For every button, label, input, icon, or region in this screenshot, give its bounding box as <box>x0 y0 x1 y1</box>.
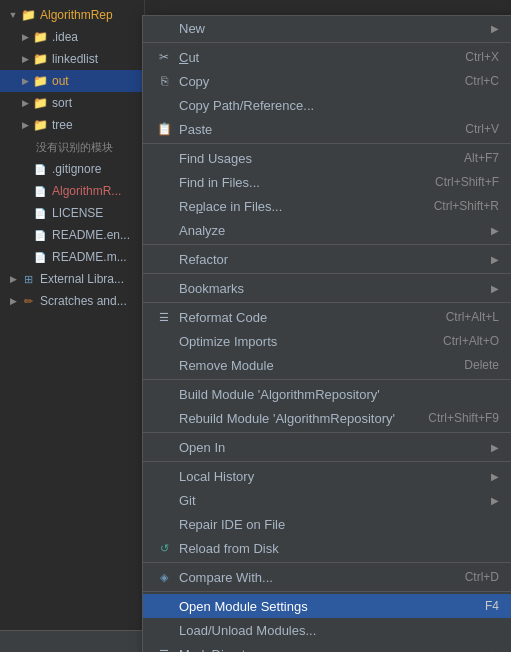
shortcut-label: Alt+F7 <box>464 151 499 165</box>
folder-icon: 📁 <box>20 7 36 23</box>
menu-separator <box>143 244 511 245</box>
shortcut-label: Ctrl+Shift+F9 <box>428 411 499 425</box>
menu-item-label: Build Module 'AlgorithmRepository' <box>179 387 499 402</box>
expand-arrow: ▶ <box>8 296 18 306</box>
menu-item-label: Reformat Code <box>179 310 446 325</box>
menu-separator <box>143 379 511 380</box>
menu-item-label: Replace in Files... <box>179 199 434 214</box>
menu-item-label: Copy <box>179 74 465 89</box>
menu-item-copy-path[interactable]: Copy Path/Reference... <box>143 93 511 117</box>
menu-item-repair-ide[interactable]: Repair IDE on File <box>143 512 511 536</box>
menu-item-label: Local History <box>179 469 487 484</box>
menu-item-rebuild-module[interactable]: Rebuild Module 'AlgorithmRepository' Ctr… <box>143 406 511 430</box>
sidebar-item-label: tree <box>52 118 73 132</box>
shortcut-label: Ctrl+V <box>465 122 499 136</box>
menu-item-load-unload-modules[interactable]: Load/Unload Modules... <box>143 618 511 642</box>
sidebar-item-license[interactable]: ▶ 📄 LICENSE <box>0 202 144 224</box>
expand-arrow: ▼ <box>8 10 18 20</box>
menu-item-label: Open In <box>179 440 487 455</box>
menu-item-open-in[interactable]: Open In ▶ <box>143 435 511 459</box>
menu-item-label: Open Module Settings <box>179 599 485 614</box>
sidebar-item-gitignore[interactable]: ▶ 📄 .gitignore <box>0 158 144 180</box>
menu-item-paste[interactable]: 📋 Paste Ctrl+V <box>143 117 511 141</box>
menu-separator <box>143 143 511 144</box>
menu-separator <box>143 432 511 433</box>
menu-item-label: Find in Files... <box>179 175 435 190</box>
menu-item-copy[interactable]: ⎘ Copy Ctrl+C <box>143 69 511 93</box>
sidebar-item-label: AlgorithmRep <box>40 8 113 22</box>
menu-item-local-history[interactable]: Local History ▶ <box>143 464 511 488</box>
expand-arrow: ▶ <box>20 120 30 130</box>
menu-item-label: Analyze <box>179 223 487 238</box>
menu-item-label: Reload from Disk <box>179 541 499 556</box>
scratch-icon: ✏ <box>20 293 36 309</box>
menu-item-label: New <box>179 21 487 36</box>
submenu-arrow-icon: ▶ <box>491 23 499 34</box>
menu-item-bookmarks[interactable]: Bookmarks ▶ <box>143 276 511 300</box>
menu-item-label: Remove Module <box>179 358 464 373</box>
menu-item-label: Optimize Imports <box>179 334 443 349</box>
shortcut-label: Ctrl+C <box>465 74 499 88</box>
sidebar-item-linkedlist[interactable]: ▶ 📁 linkedlist <box>0 48 144 70</box>
menu-item-replace-in-files[interactable]: Replace in Files... Ctrl+Shift+R <box>143 194 511 218</box>
menu-separator <box>143 273 511 274</box>
menu-item-mark-directory[interactable]: ☰ Mark Directory as ▶ <box>143 642 511 652</box>
menu-item-label: Load/Unload Modules... <box>179 623 499 638</box>
expand-arrow: ▶ <box>20 32 30 42</box>
sidebar-item-out[interactable]: ▶ 📁 out <box>0 70 144 92</box>
sidebar-item-label: Scratches and... <box>40 294 127 308</box>
menu-item-label: Find Usages <box>179 151 464 166</box>
sidebar-item-scratches[interactable]: ▶ ✏ Scratches and... <box>0 290 144 312</box>
expand-arrow: ▶ <box>20 54 30 64</box>
library-icon: ⊞ <box>20 271 36 287</box>
expand-arrow: ▶ <box>20 98 30 108</box>
submenu-arrow-icon: ▶ <box>491 495 499 506</box>
submenu-arrow-icon: ▶ <box>491 442 499 453</box>
menu-separator <box>143 42 511 43</box>
shortcut-label: Delete <box>464 358 499 372</box>
cut-icon: ✂ <box>155 50 173 64</box>
submenu-arrow-icon: ▶ <box>491 254 499 265</box>
sidebar-item-readme-en[interactable]: ▶ 📄 README.en... <box>0 224 144 246</box>
menu-item-analyze[interactable]: Analyze ▶ <box>143 218 511 242</box>
menu-item-reformat-code[interactable]: ☰ Reformat Code Ctrl+Alt+L <box>143 305 511 329</box>
folder-icon: 📁 <box>32 95 48 111</box>
context-menu: New ▶ ✂ Cut Ctrl+X ⎘ Copy Ctrl+C Copy Pa… <box>142 15 511 652</box>
menu-item-refactor[interactable]: Refactor ▶ <box>143 247 511 271</box>
sidebar-item-readme-m[interactable]: ▶ 📄 README.m... <box>0 246 144 268</box>
menu-item-find-in-files[interactable]: Find in Files... Ctrl+Shift+F <box>143 170 511 194</box>
sidebar-item-sort[interactable]: ▶ 📁 sort <box>0 92 144 114</box>
sidebar-item-external-lib[interactable]: ▶ ⊞ External Libra... <box>0 268 144 290</box>
reload-icon: ↺ <box>155 542 173 555</box>
folder-icon: 📁 <box>32 51 48 67</box>
sidebar-item-label: .idea <box>52 30 78 44</box>
paste-icon: 📋 <box>155 122 173 136</box>
menu-item-reload-from-disk[interactable]: ↺ Reload from Disk <box>143 536 511 560</box>
menu-item-open-module-settings[interactable]: Open Module Settings F4 <box>143 594 511 618</box>
sidebar-item-label: out <box>52 74 69 88</box>
menu-item-compare-with[interactable]: ◈ Compare With... Ctrl+D <box>143 565 511 589</box>
menu-item-build-module[interactable]: Build Module 'AlgorithmRepository' <box>143 382 511 406</box>
menu-item-new[interactable]: New ▶ <box>143 16 511 40</box>
mark-icon: ☰ <box>155 648 173 653</box>
menu-item-git[interactable]: Git ▶ <box>143 488 511 512</box>
menu-item-cut[interactable]: ✂ Cut Ctrl+X <box>143 45 511 69</box>
sidebar-item-label: External Libra... <box>40 272 124 286</box>
submenu-arrow-icon: ▶ <box>491 283 499 294</box>
shortcut-label: Ctrl+Alt+O <box>443 334 499 348</box>
sidebar-item-label: README.m... <box>52 250 127 264</box>
menu-item-find-usages[interactable]: Find Usages Alt+F7 <box>143 146 511 170</box>
menu-item-remove-module[interactable]: Remove Module Delete <box>143 353 511 377</box>
sidebar-item-algorithmrep[interactable]: ▼ 📁 AlgorithmRep <box>0 4 144 26</box>
expand-arrow: ▶ <box>8 274 18 284</box>
menu-separator <box>143 461 511 462</box>
menu-item-label: Compare With... <box>179 570 465 585</box>
sidebar-item-tree[interactable]: ▶ 📁 tree <box>0 114 144 136</box>
file-icon: 📄 <box>32 205 48 221</box>
folder-icon: 📁 <box>32 117 48 133</box>
shortcut-label: Ctrl+Alt+L <box>446 310 499 324</box>
sidebar-item-idea[interactable]: ▶ 📁 .idea <box>0 26 144 48</box>
sidebar-item-algorithmr[interactable]: ▶ 📄 AlgorithmR... <box>0 180 144 202</box>
menu-item-optimize-imports[interactable]: Optimize Imports Ctrl+Alt+O <box>143 329 511 353</box>
menu-item-label: Rebuild Module 'AlgorithmRepository' <box>179 411 428 426</box>
